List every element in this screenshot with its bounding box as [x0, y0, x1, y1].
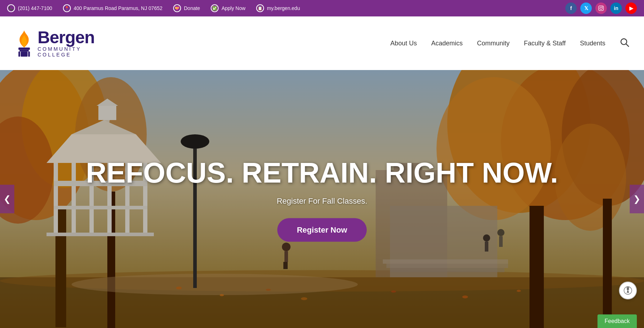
- portal-icon: 📋: [256, 4, 264, 12]
- site-header: Bergen COMMUNITY COLLEGE About Us Academ…: [0, 16, 644, 70]
- donate-icon: 💝: [173, 4, 181, 12]
- register-now-button[interactable]: Register Now: [277, 218, 367, 242]
- social-icons: f 𝕏 in ▶: [565, 3, 637, 14]
- arrow-right-icon: ❯: [633, 194, 640, 204]
- svg-point-66: [627, 287, 629, 288]
- logo-area[interactable]: Bergen COMMUNITY COLLEGE: [14, 29, 129, 58]
- apply-label: Apply Now: [221, 5, 245, 11]
- apply-icon: ✅: [211, 4, 219, 12]
- top-bar: 📞 (201) 447-7100 📍 400 Paramus Road Para…: [0, 0, 644, 16]
- phone-icon: 📞: [7, 4, 15, 12]
- svg-rect-7: [28, 51, 30, 56]
- feedback-button[interactable]: Feedback: [597, 314, 637, 328]
- hero-content: REFOCUS. RETRAIN. RIGHT NOW. Register Fo…: [86, 156, 558, 242]
- facebook-icon[interactable]: f: [565, 3, 577, 14]
- svg-point-1: [600, 7, 602, 10]
- hero-subtitle: Register For Fall Classes.: [86, 197, 558, 206]
- svg-rect-6: [19, 51, 20, 56]
- nav-students[interactable]: Students: [580, 40, 605, 47]
- nav-community[interactable]: Community: [477, 40, 509, 47]
- donate-label: Donate: [184, 5, 200, 11]
- nav-academics[interactable]: Academics: [431, 40, 463, 47]
- hero-next-arrow[interactable]: ❯: [630, 185, 644, 213]
- address-text: 400 Paramus Road Paramus, NJ 07652: [74, 5, 162, 11]
- youtube-icon[interactable]: ▶: [625, 3, 637, 14]
- donate-link[interactable]: 💝 Donate: [173, 4, 200, 12]
- my-bergen-label: my.bergen.edu: [267, 5, 300, 11]
- svg-point-8: [621, 39, 627, 45]
- logo-name: Bergen: [38, 29, 94, 46]
- my-bergen-link[interactable]: 📋 my.bergen.edu: [256, 4, 300, 12]
- hero-title: REFOCUS. RETRAIN. RIGHT NOW.: [86, 156, 558, 189]
- phone-number: (201) 447-7100: [18, 5, 52, 11]
- logo-sub1: COMMUNITY: [38, 46, 94, 52]
- svg-line-9: [626, 44, 629, 47]
- instagram-icon[interactable]: [595, 3, 607, 14]
- nav-faculty[interactable]: Faculty & Staff: [524, 40, 566, 47]
- linkedin-icon[interactable]: in: [610, 3, 622, 14]
- logo-sub2: COLLEGE: [38, 52, 94, 58]
- main-nav: About Us Academics Community Faculty & S…: [129, 38, 630, 49]
- address-link[interactable]: 📍 400 Paramus Road Paramus, NJ 07652: [63, 4, 162, 12]
- hero-prev-arrow[interactable]: ❮: [0, 185, 14, 213]
- logo-flame-icon: [14, 29, 34, 58]
- logo-text: Bergen COMMUNITY COLLEGE: [38, 29, 94, 58]
- twitter-icon[interactable]: 𝕏: [580, 3, 592, 14]
- accessibility-button[interactable]: [619, 282, 637, 299]
- arrow-left-icon: ❮: [4, 194, 11, 204]
- svg-rect-0: [599, 6, 603, 10]
- map-icon: 📍: [63, 4, 71, 12]
- search-icon[interactable]: [620, 38, 630, 49]
- svg-rect-4: [20, 50, 29, 51]
- svg-rect-5: [21, 51, 28, 56]
- hero-section: REFOCUS. RETRAIN. RIGHT NOW. Register Fo…: [0, 70, 644, 328]
- svg-point-2: [602, 6, 603, 7]
- phone-link[interactable]: 📞 (201) 447-7100: [7, 4, 52, 12]
- apply-now-link[interactable]: ✅ Apply Now: [211, 4, 245, 12]
- svg-rect-3: [19, 48, 30, 50]
- nav-about[interactable]: About Us: [390, 40, 417, 47]
